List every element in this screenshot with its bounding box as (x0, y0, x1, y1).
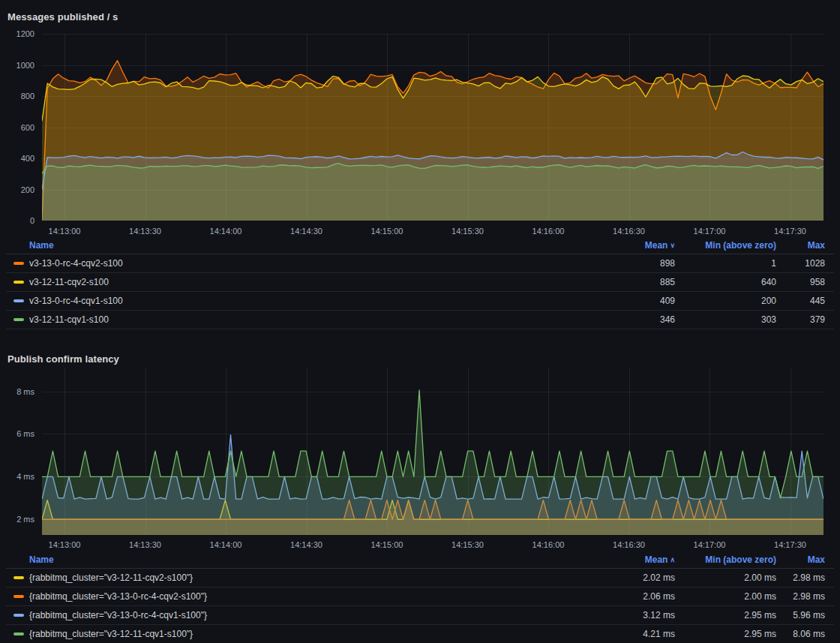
series-name[interactable]: v3-13-0-rc-4-cqv1-s100 (29, 296, 586, 306)
legend-row: v3-13-0-rc-4-cqv1-s100 409 200 445 (6, 292, 834, 311)
series-color-swatch (14, 262, 24, 265)
grafana-dashboard: Messages published / s 02004006008001000… (0, 0, 840, 643)
stat-min: 2.00 ms (675, 572, 776, 583)
x-axis-tick-label: 14:17:00 (682, 226, 736, 236)
series-color-swatch (14, 299, 24, 302)
stat-max: 2.98 ms (776, 572, 825, 583)
legend-header-min[interactable]: Min (above zero) (675, 240, 776, 251)
series-color-swatch (14, 576, 24, 579)
series-name[interactable]: {rabbitmq_cluster="v3-12-11-cqv1-s100"} (29, 629, 586, 639)
x-axis-tick-label: 14:15:30 (441, 226, 495, 236)
x-axis-tick-label: 14:13:30 (118, 226, 172, 236)
legend-header-mean[interactable]: Mean∧ (586, 554, 675, 565)
legend-header-max[interactable]: Max (776, 554, 825, 565)
stat-mean: 346 (586, 314, 675, 325)
x-axis-tick-label: 14:13:00 (38, 226, 92, 236)
y-axis-tick-label: 800 (0, 91, 34, 101)
stat-min: 200 (675, 296, 776, 306)
panel-title: Publish confirm latency (8, 353, 119, 365)
stat-mean: 2.06 ms (586, 591, 675, 602)
x-axis-tick-label: 14:15:30 (441, 539, 495, 550)
stat-max: 8.06 ms (776, 629, 825, 639)
stat-max: 445 (776, 296, 825, 306)
x-axis-tick-label: 14:17:30 (764, 226, 818, 236)
sort-desc-icon: ∨ (670, 242, 675, 249)
y-axis-tick-label: 0 (0, 215, 34, 226)
legend-header-name[interactable]: Name (29, 240, 586, 251)
x-axis-tick-label: 14:17:30 (764, 539, 818, 550)
legend-table-messages: Name Mean∨ Min (above zero) Max v3-13-0-… (6, 237, 834, 329)
x-axis-tick-label: 14:13:30 (118, 539, 172, 550)
legend-table-latency: Name Mean∧ Min (above zero) Max {rabbitm… (6, 551, 834, 643)
x-axis-tick-label: 14:16:30 (602, 539, 656, 550)
series-color-swatch (14, 632, 24, 635)
stat-min: 303 (675, 314, 776, 325)
stat-mean: 4.21 ms (586, 629, 675, 639)
legend-row: v3-12-11-cqv1-s100 346 303 379 (6, 311, 834, 329)
y-axis-tick-label: 2 ms (0, 514, 34, 524)
x-axis-tick-label: 14:16:30 (602, 226, 656, 236)
series-name[interactable]: {rabbitmq_cluster="v3-13-0-rc-4-cqv2-s10… (29, 591, 586, 602)
series-name[interactable]: v3-13-0-rc-4-cqv2-s100 (29, 258, 586, 269)
y-axis-tick-label: 600 (0, 122, 34, 133)
stat-mean: 885 (586, 277, 675, 287)
x-axis-tick-label: 14:15:00 (360, 226, 414, 236)
series-color-swatch (14, 614, 24, 617)
legend-row: {rabbitmq_cluster="v3-13-0-rc-4-cqv1-s10… (6, 606, 834, 625)
legend-header-min[interactable]: Min (above zero) (675, 554, 776, 565)
stat-max: 379 (776, 314, 825, 325)
legend-header-name[interactable]: Name (29, 554, 586, 565)
x-axis-tick-label: 14:16:00 (521, 539, 575, 550)
y-axis-tick-label: 1000 (0, 60, 34, 71)
x-axis-tick-label: 14:14:00 (199, 226, 253, 236)
stat-max: 2.98 ms (776, 591, 825, 602)
stat-min: 2.00 ms (675, 591, 776, 602)
stat-min: 2.95 ms (675, 629, 776, 639)
series-color-swatch (14, 595, 24, 598)
stat-mean: 409 (586, 296, 675, 306)
legend-header-mean[interactable]: Mean∨ (586, 240, 675, 251)
time-series-plot-area[interactable] (42, 34, 824, 221)
stat-max: 5.96 ms (776, 610, 825, 620)
legend-row: {rabbitmq_cluster="v3-13-0-rc-4-cqv2-s10… (6, 587, 834, 606)
stat-mean: 2.02 ms (586, 572, 675, 583)
y-axis-tick-label: 6 ms (0, 428, 34, 439)
series-name[interactable]: {rabbitmq_cluster="v3-12-11-cqv2-s100"} (29, 572, 586, 583)
x-axis-tick-label: 14:14:30 (280, 226, 334, 236)
series-name[interactable]: v3-12-11-cqv1-s100 (29, 314, 586, 325)
legend-header-row: Name Mean∧ Min (above zero) Max (6, 551, 834, 569)
y-axis-tick-label: 8 ms (0, 386, 34, 397)
legend-row: v3-13-0-rc-4-cqv2-s100 898 1 1028 (6, 254, 834, 273)
y-axis-tick-label: 200 (0, 185, 34, 195)
y-axis-tick-label: 400 (0, 153, 34, 164)
series-name[interactable]: v3-12-11-cqv2-s100 (29, 277, 586, 287)
legend-header-max[interactable]: Max (776, 240, 825, 251)
x-axis-tick-label: 14:15:00 (360, 539, 414, 550)
y-axis-tick-label: 1200 (0, 29, 34, 39)
legend-row: {rabbitmq_cluster="v3-12-11-cqv2-s100"} … (6, 569, 834, 587)
x-axis-tick-label: 14:16:00 (521, 226, 575, 236)
stat-min: 1 (675, 258, 776, 269)
stat-min: 2.95 ms (675, 610, 776, 620)
stat-min: 640 (675, 277, 776, 287)
sort-asc-icon: ∧ (670, 556, 675, 563)
stat-mean: 3.12 ms (586, 610, 675, 620)
series-color-swatch (14, 318, 24, 321)
x-axis-tick-label: 14:14:30 (280, 539, 334, 550)
stat-max: 958 (776, 277, 825, 287)
stat-mean: 898 (586, 258, 675, 269)
series-color-swatch (14, 281, 24, 284)
y-axis-tick-label: 4 ms (0, 471, 34, 482)
legend-row: v3-12-11-cqv2-s100 885 640 958 (6, 273, 834, 292)
x-axis-tick-label: 14:17:00 (682, 539, 736, 550)
x-axis-tick-label: 14:14:00 (199, 539, 253, 550)
x-axis-tick-label: 14:13:00 (38, 539, 92, 550)
series-name[interactable]: {rabbitmq_cluster="v3-13-0-rc-4-cqv1-s10… (29, 610, 586, 620)
legend-header-row: Name Mean∨ Min (above zero) Max (6, 237, 834, 254)
stat-max: 1028 (776, 258, 825, 269)
time-series-plot-area[interactable] (42, 368, 824, 535)
legend-row: {rabbitmq_cluster="v3-12-11-cqv1-s100"} … (6, 625, 834, 643)
panel-title: Messages published / s (8, 11, 118, 23)
